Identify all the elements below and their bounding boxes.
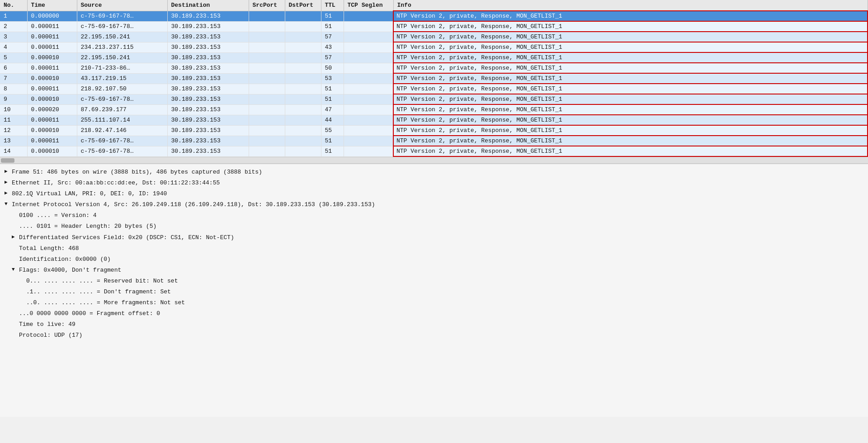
cell-tcp	[344, 21, 393, 32]
table-row[interactable]: 110.000011255.111.107.1430.189.233.15344…	[0, 115, 868, 125]
flags-reserved-text: 0... .... .... .... = Reserved bit: Not …	[26, 276, 178, 286]
flags-dont-fragment: .1.. .... .... .... = Don't fragment: Se…	[19, 287, 863, 297]
no-arrow6	[19, 287, 26, 296]
cell-dst: 30.189.233.153	[167, 52, 249, 63]
cell-no: 1	[0, 11, 27, 21]
frame-line[interactable]: Frame 51: 486 bytes on wire (3888 bits),…	[5, 167, 863, 178]
cell-info: NTP Version 2, private, Response, MON_GE…	[393, 125, 868, 136]
col-header-info[interactable]: Info	[393, 0, 868, 11]
no-arrow9	[12, 320, 19, 328]
cell-no: 5	[0, 52, 27, 63]
cell-dport	[285, 52, 321, 63]
cell-dport	[285, 21, 321, 32]
table-row[interactable]: 30.00001122.195.150.24130.189.233.15357N…	[0, 32, 868, 42]
identification-line: Identification: 0x0000 (0)	[12, 254, 863, 265]
cell-sport	[249, 42, 285, 52]
cell-dst: 30.189.233.153	[167, 146, 249, 156]
cell-time: 0.000011	[27, 115, 77, 125]
cell-sport	[249, 136, 285, 146]
table-row[interactable]: 60.000011210-71-233-86…30.189.233.15350N…	[0, 63, 868, 73]
packet-table: No. Time Source Destination SrcPort DstP…	[0, 0, 868, 157]
cell-src: 87.69.239.177	[77, 104, 167, 115]
cell-dport	[285, 115, 321, 125]
cell-dport	[285, 32, 321, 42]
diff-expand-arrow	[12, 233, 19, 241]
table-row[interactable]: 120.000010218.92.47.14630.189.233.15355N…	[0, 125, 868, 136]
cell-tcp	[344, 115, 393, 125]
cell-info: NTP Version 2, private, Response, MON_GE…	[393, 11, 868, 21]
table-row[interactable]: 100.00002087.69.239.17730.189.233.15347N…	[0, 104, 868, 115]
table-row[interactable]: 90.000010c-75-69-167-78…30.189.233.15351…	[0, 94, 868, 104]
cell-dport	[285, 73, 321, 84]
cell-ttl: 50	[321, 63, 344, 73]
cell-dport	[285, 63, 321, 73]
table-row[interactable]: 50.00001022.195.150.24130.189.233.15357N…	[0, 52, 868, 63]
cell-sport	[249, 125, 285, 136]
cell-info: NTP Version 2, private, Response, MON_GE…	[393, 146, 868, 156]
cell-time: 0.000020	[27, 104, 77, 115]
cell-dst: 30.189.233.153	[167, 73, 249, 84]
ip-expand-arrow	[5, 200, 12, 208]
cell-info: NTP Version 2, private, Response, MON_GE…	[393, 52, 868, 63]
table-row[interactable]: 140.000010c-75-69-167-78…30.189.233.1535…	[0, 146, 868, 156]
cell-time: 0.000010	[27, 125, 77, 136]
col-header-destination[interactable]: Destination	[167, 0, 249, 11]
cell-no: 9	[0, 94, 27, 104]
table-row[interactable]: 10.000000c-75-69-167-78…30.189.233.15351…	[0, 11, 868, 21]
table-row[interactable]: 130.000011c-75-69-167-78…30.189.233.1535…	[0, 136, 868, 146]
ip-text: Internet Protocol Version 4, Src: 26.109…	[12, 200, 375, 210]
diff-services-line[interactable]: Differentiated Services Field: 0x20 (DSC…	[12, 232, 863, 243]
cell-time: 0.000011	[27, 42, 77, 52]
fragment-offset-text: ...0 0000 0000 0000 = Fragment offset: 0	[19, 309, 160, 319]
cell-tcp	[344, 11, 393, 21]
col-header-no[interactable]: No.	[0, 0, 27, 11]
no-arrow3	[12, 244, 19, 252]
col-header-ttl[interactable]: TTL	[321, 0, 344, 11]
scrollbar-thumb[interactable]	[1, 158, 14, 163]
ttl-line: Time to live: 49	[12, 319, 863, 330]
cell-time: 0.000011	[27, 136, 77, 146]
cell-no: 6	[0, 63, 27, 73]
identification-text: Identification: 0x0000 (0)	[19, 254, 111, 264]
cell-no: 2	[0, 21, 27, 32]
ethernet-line[interactable]: Ethernet II, Src: 00:aa:bb:cc:dd:ee, Dst…	[5, 178, 863, 189]
cell-ttl: 47	[321, 104, 344, 115]
table-row[interactable]: 70.00001043.117.219.1530.189.233.15353NT…	[0, 73, 868, 84]
cell-sport	[249, 32, 285, 42]
flags-more-fragments: ..0. .... .... .... = More fragments: No…	[19, 297, 863, 308]
horizontal-scrollbar[interactable]	[0, 157, 868, 164]
vlan-line[interactable]: 802.1Q Virtual LAN, PRI: 0, DEI: 0, ID: …	[5, 189, 863, 199]
flags-text: Flags: 0x4000, Don't fragment	[19, 265, 121, 275]
cell-sport	[249, 11, 285, 21]
cell-info: NTP Version 2, private, Response, MON_GE…	[393, 136, 868, 146]
cell-no: 7	[0, 73, 27, 84]
cell-no: 14	[0, 146, 27, 156]
cell-info: NTP Version 2, private, Response, MON_GE…	[393, 63, 868, 73]
cell-sport	[249, 52, 285, 63]
no-arrow5	[19, 276, 26, 285]
protocol-text: Protocol: UDP (17)	[19, 330, 82, 340]
col-header-source[interactable]: Source	[77, 0, 167, 11]
cell-info: NTP Version 2, private, Response, MON_GE…	[393, 115, 868, 125]
col-header-time[interactable]: Time	[27, 0, 77, 11]
cell-tcp	[344, 84, 393, 94]
cell-ttl: 51	[321, 21, 344, 32]
col-header-srcport[interactable]: SrcPort	[249, 0, 285, 11]
cell-dst: 30.189.233.153	[167, 84, 249, 94]
no-arrow10	[12, 330, 19, 339]
flags-line[interactable]: Flags: 0x4000, Don't fragment	[12, 265, 863, 276]
cell-sport	[249, 104, 285, 115]
vlan-expand-arrow	[5, 189, 12, 198]
cell-src: 255.111.107.14	[77, 115, 167, 125]
table-header-row: No. Time Source Destination SrcPort DstP…	[0, 0, 868, 11]
table-row[interactable]: 20.000011c-75-69-167-78…30.189.233.15351…	[0, 21, 868, 32]
table-row[interactable]: 80.000011218.92.107.5030.189.233.15351NT…	[0, 84, 868, 94]
flags-dontfrag-text: .1.. .... .... .... = Don't fragment: Se…	[26, 287, 171, 297]
cell-info: NTP Version 2, private, Response, MON_GE…	[393, 104, 868, 115]
ttl-text: Time to live: 49	[19, 320, 75, 330]
col-header-tcpseglen[interactable]: TCP Seglen	[344, 0, 393, 11]
cell-info: NTP Version 2, private, Response, MON_GE…	[393, 94, 868, 104]
ip-line[interactable]: Internet Protocol Version 4, Src: 26.109…	[5, 199, 863, 210]
table-row[interactable]: 40.000011234.213.237.11530.189.233.15343…	[0, 42, 868, 52]
col-header-dstport[interactable]: DstPort	[285, 0, 321, 11]
